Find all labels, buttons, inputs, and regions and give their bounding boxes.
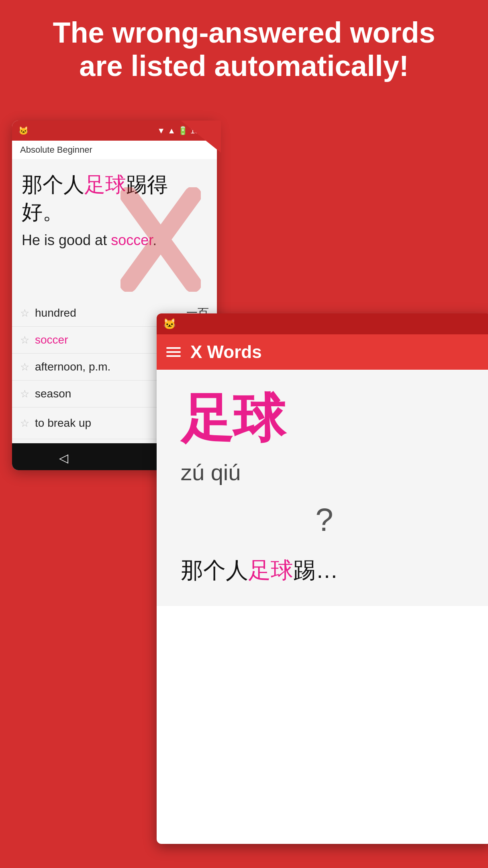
notification-icon-right: 🐱: [163, 318, 176, 330]
back-button[interactable]: ◁: [59, 451, 68, 465]
star-icon[interactable]: ☆: [20, 417, 29, 430]
menu-button[interactable]: [166, 347, 181, 357]
toolbar: X Words: [157, 334, 488, 370]
header-section: The wrong-answered words are listed auto…: [0, 16, 488, 83]
star-icon[interactable]: ☆: [20, 388, 29, 400]
sentence-before: 那个人: [181, 557, 248, 583]
sentence-highlight: 足球: [248, 557, 293, 583]
header-line2: are listed automatically!: [16, 49, 472, 83]
hamburger-line: [166, 351, 181, 353]
english-before: He is good at: [22, 232, 111, 248]
battery-icon: 🔋: [178, 126, 188, 135]
toolbar-title: X Words: [190, 342, 262, 362]
chinese-before: 那个人: [22, 173, 84, 196]
star-icon[interactable]: ☆: [20, 307, 29, 319]
hamburger-line: [166, 347, 181, 349]
signal-icon: ▲: [167, 126, 176, 135]
notification-icon: 🐱: [18, 126, 29, 135]
hamburger-line: [166, 355, 181, 357]
star-icon[interactable]: ☆: [20, 361, 29, 373]
star-icon[interactable]: ☆: [20, 334, 29, 346]
main-chinese-character: 足球: [181, 390, 468, 447]
word-detail-content: 足球 zú qiú ? 那个人足球踢…: [157, 370, 488, 606]
question-mark: ?: [181, 502, 468, 538]
pinyin-text: zú qiú: [181, 459, 468, 485]
wifi-icon: ▼: [157, 126, 165, 135]
x-icon: [120, 187, 201, 292]
word-english: to break up: [35, 417, 157, 430]
app-label: Absolute Beginner: [12, 141, 217, 159]
header-line1: The wrong-answered words: [16, 16, 472, 49]
sentence-after: 踢…: [293, 557, 338, 583]
sentence-content: 那个人足球踢得好。 He is good at soccer.: [12, 159, 217, 296]
example-sentence: 那个人足球踢…: [181, 555, 468, 586]
wrong-answer-x: [116, 183, 205, 296]
status-bar-right: 🐱: [157, 313, 488, 334]
phone-right-mockup: 🐱 X Words 足球 zú qiú ? 那个人足球踢…: [157, 313, 488, 844]
